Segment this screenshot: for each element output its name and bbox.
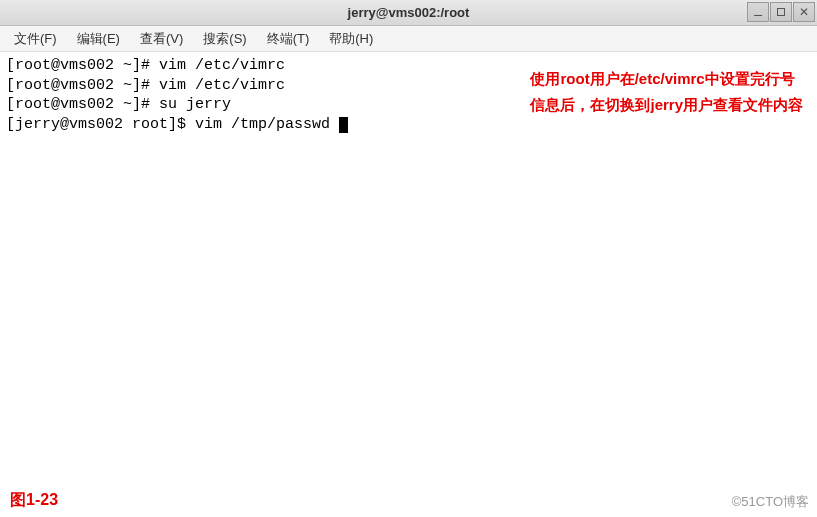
annotation-line: 使用root用户在/etc/vimrc中设置完行号 [530, 66, 803, 92]
terminal-text: [jerry@vms002 root]$ vim /tmp/passwd [6, 116, 339, 133]
terminal-area[interactable]: [root@vms002 ~]# vim /etc/vimrc [root@vm… [0, 52, 817, 517]
annotation-text: 使用root用户在/etc/vimrc中设置完行号 信息后，在切换到jerry用… [530, 66, 803, 117]
annotation-line: 信息后，在切换到jerry用户查看文件内容 [530, 92, 803, 118]
menu-terminal[interactable]: 终端(T) [259, 27, 318, 51]
watermark: ©51CTO博客 [732, 494, 809, 511]
window-titlebar: jerry@vms002:/root ✕ [0, 0, 817, 26]
minimize-button[interactable] [747, 2, 769, 22]
window-controls: ✕ [747, 2, 815, 22]
minimize-icon [754, 15, 762, 16]
menu-search[interactable]: 搜索(S) [195, 27, 254, 51]
window-title: jerry@vms002:/root [0, 5, 817, 20]
terminal-cursor [339, 117, 348, 133]
menu-file[interactable]: 文件(F) [6, 27, 65, 51]
menu-edit[interactable]: 编辑(E) [69, 27, 128, 51]
maximize-icon [777, 8, 785, 16]
maximize-button[interactable] [770, 2, 792, 22]
menu-help[interactable]: 帮助(H) [321, 27, 381, 51]
figure-label: 图1-23 [10, 490, 58, 511]
menubar: 文件(F) 编辑(E) 查看(V) 搜索(S) 终端(T) 帮助(H) [0, 26, 817, 52]
close-button[interactable]: ✕ [793, 2, 815, 22]
terminal-line: [jerry@vms002 root]$ vim /tmp/passwd [6, 115, 811, 135]
close-icon: ✕ [799, 6, 809, 18]
menu-view[interactable]: 查看(V) [132, 27, 191, 51]
